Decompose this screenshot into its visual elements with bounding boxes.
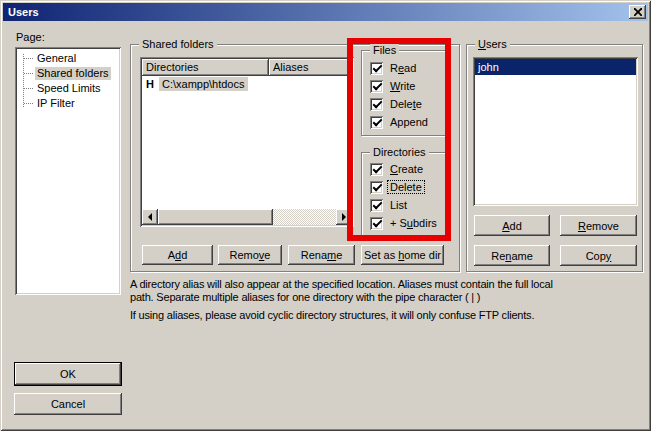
table-row[interactable]: H C:\xampp\htdocs (142, 76, 352, 92)
page-item-shared-folders[interactable]: Shared folders (15, 66, 121, 81)
home-flag: H (146, 78, 154, 90)
button-label: Remove (230, 249, 271, 261)
label-part: d (181, 249, 187, 261)
label-part: ad (404, 62, 416, 74)
tree-branch-icon (24, 88, 33, 89)
scrollbar-thumb[interactable] (158, 209, 273, 225)
label-part: sers (486, 38, 507, 50)
label-part: Re (491, 250, 505, 262)
checkbox-subdirs[interactable]: + Subdirs (370, 216, 439, 230)
rename-user-button[interactable]: Rename (474, 245, 550, 266)
scrollbar-track[interactable] (273, 209, 336, 225)
checkbox-label: Delete (388, 98, 424, 110)
column-header-directories[interactable]: Directories (142, 59, 269, 76)
tree-branch-icon (24, 58, 33, 59)
checkbox-checked-icon[interactable] (370, 62, 383, 75)
label-part: List (390, 199, 407, 211)
alias-note: A directory alias will also appear at th… (130, 278, 568, 304)
checkbox-label: Create (388, 163, 425, 175)
checkbox-list[interactable]: List (370, 198, 409, 212)
checkbox-checked-icon[interactable] (370, 98, 383, 111)
close-button[interactable] (629, 5, 646, 19)
checkbox-write[interactable]: Write (370, 79, 417, 93)
checkbox-label: Read (388, 62, 418, 74)
checkbox-delete-file[interactable]: Delete (370, 97, 424, 111)
label-part: Cop (586, 250, 606, 262)
rename-directory-button[interactable]: Rename (288, 245, 355, 265)
label-part: A (168, 249, 175, 261)
label-part: ome dir (404, 249, 441, 261)
checkbox-checked-icon[interactable] (370, 163, 383, 176)
button-label: Rename (491, 250, 533, 262)
page-label: Page: (16, 31, 45, 43)
ok-button[interactable]: OK (14, 362, 122, 386)
button-label: Remove (578, 220, 619, 232)
button-label: Rename (301, 249, 343, 261)
checkbox-checked-icon[interactable] (370, 199, 383, 212)
checkbox-checked-icon[interactable] (370, 181, 383, 194)
label-part: Dele (390, 98, 413, 110)
column-header-aliases[interactable]: Aliases (269, 59, 352, 76)
page-item-label: Shared folders (35, 67, 111, 80)
add-user-button[interactable]: Add (474, 215, 550, 236)
window-title: Users (8, 6, 39, 18)
checkbox-append[interactable]: Append (370, 115, 430, 129)
page-item-general[interactable]: General (15, 51, 121, 66)
page-item-label: Speed Limits (35, 82, 103, 95)
checkbox-delete-dir[interactable]: Delete (370, 180, 424, 194)
shared-folders-list[interactable]: Directories Aliases H C:\xampp\htdocs (140, 57, 354, 227)
files-group-label: Files (370, 44, 399, 56)
checkbox-label: Append (388, 116, 430, 128)
button-label: Cancel (51, 398, 85, 410)
label-part: y (606, 250, 612, 262)
label-part: reate (398, 163, 423, 175)
checkbox-create[interactable]: Create (370, 162, 425, 176)
titlebar[interactable]: Users (3, 3, 648, 21)
checkbox-label: Write (388, 80, 417, 92)
column-label: Aliases (273, 61, 308, 73)
users-group-label: Users (475, 38, 510, 50)
button-label: Add (168, 249, 188, 261)
page-tree: General Shared folders Speed Limits IP F… (15, 51, 121, 111)
arrow-left-icon (148, 213, 152, 221)
page-item-label: General (35, 52, 78, 65)
scroll-right-button[interactable] (336, 209, 352, 225)
scroll-left-button[interactable] (142, 209, 158, 225)
label-part: R (578, 220, 586, 232)
label-part: Set as (364, 249, 398, 261)
page-item-label: IP Filter (35, 97, 77, 110)
remove-directory-button[interactable]: Remove (218, 245, 282, 265)
directory-cell: C:\xampp\htdocs (159, 77, 248, 91)
shared-folders-group-label: Shared folders (139, 38, 217, 50)
copy-user-button[interactable]: Copy (560, 245, 637, 266)
page-item-ip-filter[interactable]: IP Filter (15, 96, 121, 111)
label-part: Remo (230, 249, 259, 261)
page-item-speed-limits[interactable]: Speed Limits (15, 81, 121, 96)
checkbox-checked-icon[interactable] (370, 116, 383, 129)
set-as-home-dir-button[interactable]: Set as home dir (361, 245, 444, 265)
horizontal-scrollbar[interactable] (142, 209, 352, 225)
list-item-user-john[interactable]: john (475, 59, 636, 75)
arrow-right-icon (342, 213, 346, 221)
label-part: emove (586, 220, 619, 232)
checkbox-label: Delete (388, 181, 424, 193)
label-part: e (336, 249, 342, 261)
checkbox-checked-icon[interactable] (370, 217, 383, 230)
label-part: m (327, 249, 336, 261)
close-icon (634, 8, 642, 16)
button-label: OK (60, 368, 76, 380)
page-list[interactable]: General Shared folders Speed Limits IP F… (15, 47, 121, 295)
checkbox-checked-icon[interactable] (370, 80, 383, 93)
checkbox-label: List (388, 199, 409, 211)
label-part: e (264, 249, 270, 261)
label-part: C (390, 163, 398, 175)
checkbox-read[interactable]: Read (370, 61, 418, 75)
users-list[interactable]: john (473, 57, 638, 206)
label-part: Delete (390, 181, 422, 193)
label-part: bdirs (413, 217, 437, 229)
directories-permissions-group: Directories Create Delete List + Subdirs (361, 152, 446, 238)
label-part: ame (511, 250, 532, 262)
remove-user-button[interactable]: Remove (560, 215, 637, 236)
add-directory-button[interactable]: Add (142, 245, 213, 265)
cancel-button[interactable]: Cancel (14, 393, 122, 415)
